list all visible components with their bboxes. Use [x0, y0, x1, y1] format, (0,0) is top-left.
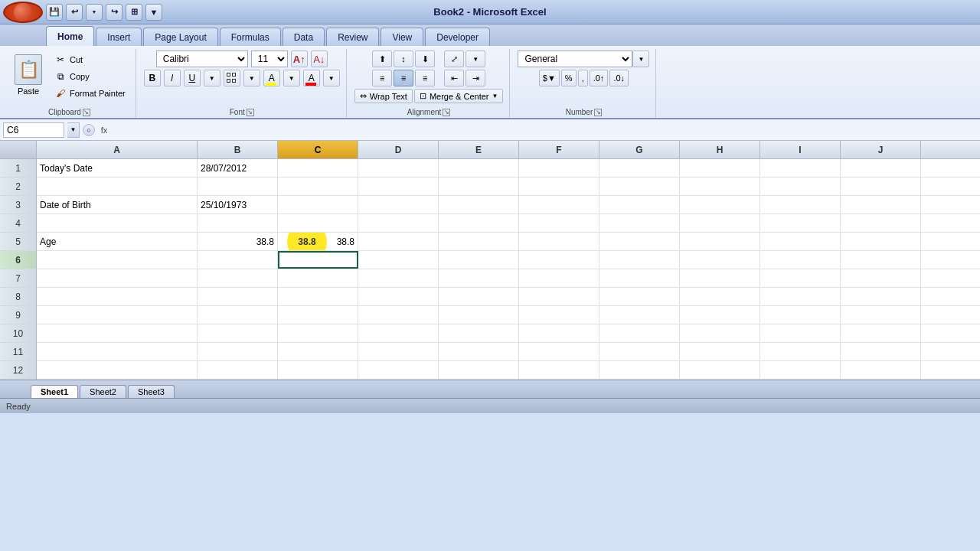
cell-j1[interactable] — [841, 159, 921, 177]
cell-h1[interactable] — [680, 159, 760, 177]
cell-b12[interactable] — [198, 361, 278, 379]
cell-h9[interactable] — [680, 306, 760, 324]
cell-f11[interactable] — [519, 343, 599, 360]
row-num-9[interactable]: 9 — [0, 306, 36, 324]
col-header-h[interactable]: H — [680, 141, 760, 158]
cell-e7[interactable] — [439, 269, 519, 287]
cell-g1[interactable] — [599, 159, 680, 177]
cell-f9[interactable] — [519, 306, 599, 324]
cell-d5[interactable] — [358, 233, 439, 250]
name-box[interactable]: C6 — [3, 122, 64, 138]
cell-d12[interactable] — [358, 361, 439, 379]
cell-j8[interactable] — [841, 288, 921, 305]
cell-c6[interactable] — [278, 251, 358, 269]
cell-g2[interactable] — [599, 178, 680, 195]
cell-c7[interactable] — [278, 269, 358, 287]
cell-j4[interactable] — [841, 214, 921, 232]
cell-d11[interactable] — [358, 343, 439, 360]
formula-expand-button[interactable]: ○ — [83, 124, 95, 136]
cell-e8[interactable] — [439, 288, 519, 305]
cell-b7[interactable] — [198, 269, 278, 287]
office-button[interactable] — [3, 2, 43, 23]
cell-f7[interactable] — [519, 269, 599, 287]
cell-a3[interactable]: Date of Birth — [37, 196, 198, 214]
cell-c2[interactable] — [278, 178, 358, 195]
cell-b2[interactable] — [198, 178, 278, 195]
decrease-indent-button[interactable]: ⇤ — [444, 70, 464, 86]
row-num-5[interactable]: 5 — [0, 233, 36, 251]
cell-d10[interactable] — [358, 324, 439, 342]
tab-formulas[interactable]: Formulas — [220, 28, 281, 46]
cell-c8[interactable] — [278, 288, 358, 305]
border-button[interactable] — [224, 70, 240, 86]
cell-j6[interactable] — [841, 251, 921, 269]
row-num-6[interactable]: 6 — [0, 251, 36, 269]
cell-j11[interactable] — [841, 343, 921, 360]
cell-h3[interactable] — [680, 196, 760, 214]
col-header-g[interactable]: G — [599, 141, 680, 158]
cell-e1[interactable] — [439, 159, 519, 177]
fill-color-dropdown[interactable]: ▼ — [283, 70, 300, 86]
cell-j3[interactable] — [841, 196, 921, 214]
cell-i1[interactable] — [760, 159, 841, 177]
cell-b11[interactable] — [198, 343, 278, 360]
extra-quick-btn[interactable]: ⊞ — [126, 4, 142, 21]
cell-b9[interactable] — [198, 306, 278, 324]
cell-i12[interactable] — [760, 361, 841, 379]
cell-f8[interactable] — [519, 288, 599, 305]
cell-d8[interactable] — [358, 288, 439, 305]
format-painter-button[interactable]: 🖌 Format Painter — [51, 86, 129, 101]
cell-g12[interactable] — [599, 361, 680, 379]
col-header-j[interactable]: J — [841, 141, 921, 158]
cell-b1[interactable]: 28/07/2012 — [198, 159, 278, 177]
cell-e11[interactable] — [439, 343, 519, 360]
sheet-tab-2[interactable]: Sheet2 — [80, 385, 126, 398]
tab-page-layout[interactable]: Page Layout — [143, 28, 217, 46]
col-header-d[interactable]: D — [358, 141, 439, 158]
sheet-tab-1[interactable]: Sheet1 — [31, 385, 78, 398]
font-shrink-button[interactable]: A↓ — [311, 51, 328, 67]
cell-h11[interactable] — [680, 343, 760, 360]
cell-c9[interactable] — [278, 306, 358, 324]
cell-b8[interactable] — [198, 288, 278, 305]
cell-b10[interactable] — [198, 324, 278, 342]
number-expand-icon[interactable]: ↘ — [594, 109, 602, 116]
tab-developer[interactable]: Developer — [425, 28, 490, 46]
cell-g10[interactable] — [599, 324, 680, 342]
percent-button[interactable]: % — [561, 70, 577, 86]
redo-quick-btn[interactable]: ↪ — [106, 4, 122, 21]
cell-c12[interactable] — [278, 361, 358, 379]
underline-dropdown-button[interactable]: ▼ — [204, 70, 220, 86]
align-bottom-button[interactable]: ⬇ — [415, 51, 435, 67]
cell-i11[interactable] — [760, 343, 841, 360]
cell-h8[interactable] — [680, 288, 760, 305]
comma-button[interactable]: , — [578, 70, 588, 86]
cell-e2[interactable] — [439, 178, 519, 195]
cell-e3[interactable] — [439, 196, 519, 214]
cell-j5[interactable] — [841, 233, 921, 250]
row-num-4[interactable]: 4 — [0, 214, 36, 233]
fill-color-button[interactable]: A — [263, 70, 280, 86]
col-header-f[interactable]: F — [519, 141, 599, 158]
cell-e12[interactable] — [439, 361, 519, 379]
cell-a10[interactable] — [37, 324, 198, 342]
save-quick-btn[interactable]: 💾 — [46, 4, 63, 21]
cell-a1[interactable]: Today's Date — [37, 159, 198, 177]
cell-d9[interactable] — [358, 306, 439, 324]
cell-i7[interactable] — [760, 269, 841, 287]
formula-function-button[interactable]: fx — [98, 124, 110, 136]
cell-c3[interactable] — [278, 196, 358, 214]
cell-d4[interactable] — [358, 214, 439, 232]
cell-i9[interactable] — [760, 306, 841, 324]
cell-g8[interactable] — [599, 288, 680, 305]
row-num-11[interactable]: 11 — [0, 343, 36, 361]
cell-e9[interactable] — [439, 306, 519, 324]
cell-h2[interactable] — [680, 178, 760, 195]
cell-d7[interactable] — [358, 269, 439, 287]
col-header-i[interactable]: I — [760, 141, 841, 158]
cell-i8[interactable] — [760, 288, 841, 305]
cell-e6[interactable] — [439, 251, 519, 269]
row-num-2[interactable]: 2 — [0, 178, 36, 196]
align-center-button[interactable]: ≡ — [394, 70, 413, 86]
number-format-select[interactable]: General — [518, 51, 632, 67]
